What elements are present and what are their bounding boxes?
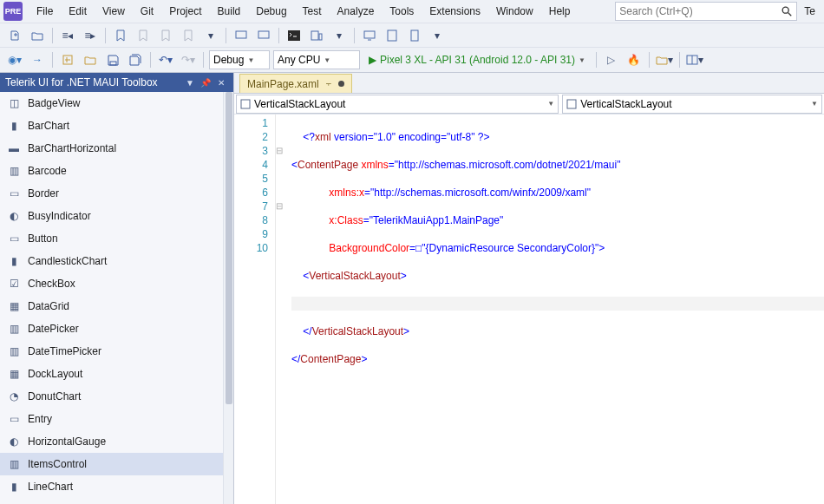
menu-analyze[interactable]: Analyze — [330, 3, 382, 20]
menu-help[interactable]: Help — [542, 3, 578, 20]
menu-git[interactable]: Git — [134, 3, 160, 20]
menu-debug[interactable]: Debug — [249, 3, 293, 20]
undo-icon[interactable]: ↶▾ — [156, 50, 175, 69]
toolbox-item-barchart[interactable]: ▮BarChart — [0, 115, 223, 137]
nav-member-combo[interactable]: VerticalStackLayout ▼ — [562, 95, 822, 114]
dirty-indicator-icon — [338, 81, 344, 87]
menu-view[interactable]: View — [95, 3, 132, 20]
scrollbar[interactable] — [223, 92, 233, 504]
menu-tools[interactable]: Tools — [383, 3, 421, 20]
search-input[interactable] — [619, 5, 781, 17]
toolbox-item-checkbox[interactable]: ☑CheckBox — [0, 272, 223, 295]
toolbox-item-barcharthorizontal[interactable]: ▬BarChartHorizontal — [0, 137, 223, 160]
new-project-icon[interactable] — [58, 50, 77, 69]
forward-icon[interactable]: → — [28, 50, 47, 69]
start-nodebug-icon[interactable]: ▷ — [602, 50, 621, 69]
toolbox-item-donutchart[interactable]: ◔DonutChart — [0, 385, 223, 408]
toolbox-item-label: DockLayout — [28, 368, 82, 380]
start-debug-button[interactable]: ▶ Pixel 3 XL - API 31 (Android 12.0 - AP… — [363, 50, 591, 69]
toolbox-item-datetimepicker[interactable]: ▥DateTimePicker — [0, 340, 223, 363]
toolbox-title: Telerik UI for .NET MAUI Toolbox — [5, 76, 181, 88]
play-icon: ▶ — [369, 54, 376, 66]
toolbox-item-entry[interactable]: ▭Entry — [0, 408, 223, 430]
toolbox-item-datepicker[interactable]: ▥DatePicker — [0, 317, 223, 340]
toolbox-item-label: Border — [28, 187, 59, 200]
menu-project[interactable]: Project — [162, 3, 208, 20]
pin-icon[interactable]: 📌 — [199, 75, 213, 89]
bookmark-icon[interactable] — [111, 26, 130, 45]
component-icon: ▦ — [7, 299, 21, 313]
browse-icon[interactable]: ▾ — [655, 50, 674, 69]
nav-scope-combo[interactable]: VerticalStackLayout ▼ — [236, 95, 559, 114]
bookmark-next-icon[interactable] — [156, 26, 175, 45]
component-icon: ▦ — [7, 367, 21, 381]
indent-icon[interactable]: ≡▸ — [81, 26, 100, 45]
code: <? — [291, 131, 315, 143]
toolbar-debug: ◉▾ → ↶▾ ↷▾ Debug▼ Any CPU▼ ▶ Pixel 3 XL … — [0, 47, 824, 73]
toolbox-item-datagrid[interactable]: ▦DataGrid — [0, 295, 223, 317]
toolbox-item-linechart[interactable]: ▮LineChart — [0, 475, 223, 498]
open-icon[interactable] — [81, 50, 100, 69]
toolbox-item-candlestickchart[interactable]: ▮CandlestickChart — [0, 250, 223, 272]
uncomment-icon[interactable] — [254, 26, 273, 45]
config-combo[interactable]: Debug▼ — [209, 50, 270, 69]
svg-rect-15 — [241, 100, 250, 108]
save-all-icon[interactable] — [126, 50, 145, 69]
new-item-icon[interactable] — [5, 26, 24, 45]
comment-icon[interactable] — [232, 26, 251, 45]
code: VerticalStackLayout — [309, 270, 400, 282]
platform-combo[interactable]: Any CPU▼ — [273, 50, 360, 69]
dropdown-icon[interactable]: ▾ — [428, 26, 447, 45]
toolbox-item-busyindicator[interactable]: ◐BusyIndicator — [0, 205, 223, 227]
open-file-icon[interactable] — [28, 26, 47, 45]
toolbox-item-label: DateTimePicker — [28, 345, 101, 357]
code-editor[interactable]: 1 2 3 4 5 6 7 8 9 10 ⊟ ⊟ <?xml version="… — [234, 115, 824, 504]
menu-test[interactable]: Test — [296, 3, 329, 20]
menu-build[interactable]: Build — [211, 3, 248, 20]
scrollbar-thumb[interactable] — [226, 92, 232, 404]
search-box[interactable] — [615, 2, 797, 21]
back-icon[interactable]: ◉▾ — [5, 50, 24, 69]
pin-icon[interactable]: ⫟ — [324, 79, 333, 88]
phone-icon[interactable] — [405, 26, 424, 45]
toolbox-item-border[interactable]: ▭Border — [0, 182, 223, 205]
window-layout-icon[interactable]: ▾ — [685, 50, 704, 69]
hot-reload-icon[interactable]: 🔥 — [625, 50, 644, 69]
platform-label: Any CPU — [278, 54, 320, 66]
menu-window[interactable]: Window — [489, 3, 540, 20]
menu-file[interactable]: File — [29, 3, 60, 20]
separator — [596, 52, 597, 68]
bookmark-menu-icon[interactable]: ▾ — [201, 26, 220, 45]
toolbox-item-itemscontrol[interactable]: ▥ItemsControl — [0, 453, 223, 475]
close-icon[interactable]: ✕ — [214, 75, 228, 89]
bookmark-prev-icon[interactable] — [134, 26, 153, 45]
window-menu-icon[interactable]: ▼ — [183, 75, 197, 89]
toolbox-item-button[interactable]: ▭Button — [0, 227, 223, 250]
desktop-icon[interactable] — [360, 26, 379, 45]
toolbox-item-badgeview[interactable]: ◫BadgeView — [0, 92, 223, 115]
tab-mainpage-xaml[interactable]: MainPage.xaml ⫟ — [239, 74, 352, 93]
line-numbers: 1 2 3 4 5 6 7 8 9 10 — [234, 115, 276, 504]
code: VerticalStackLayout — [312, 325, 403, 337]
save-icon[interactable] — [103, 50, 122, 69]
code: x:Class — [329, 214, 363, 226]
bookmark-clear-icon[interactable] — [179, 26, 198, 45]
code: > — [403, 325, 409, 337]
toolbox-item-horizontalgauge[interactable]: ◐HorizontalGauge — [0, 430, 223, 453]
code: ContentPage — [300, 353, 361, 365]
redo-icon[interactable]: ↷▾ — [179, 50, 198, 69]
toolbox-item-barcode[interactable]: ▥Barcode — [0, 160, 223, 182]
code: </ — [291, 325, 312, 337]
terminal-icon[interactable] — [284, 26, 304, 45]
outdent-icon[interactable]: ≡◂ — [58, 26, 77, 45]
menu-extensions[interactable]: Extensions — [422, 3, 487, 20]
device-preview-icon[interactable] — [307, 26, 326, 45]
tablet-icon[interactable] — [383, 26, 402, 45]
separator — [649, 52, 650, 68]
toolbox-item-label: BarChartHorizontal — [28, 142, 116, 154]
menu-edit[interactable]: Edit — [62, 3, 94, 20]
dropdown-icon[interactable]: ▾ — [330, 26, 349, 45]
fold-column[interactable]: ⊟ ⊟ — [276, 115, 288, 504]
toolbox-item-docklayout[interactable]: ▦DockLayout — [0, 363, 223, 385]
code-text[interactable]: <?xml version="1.0" encoding="utf-8" ?> … — [288, 115, 824, 504]
